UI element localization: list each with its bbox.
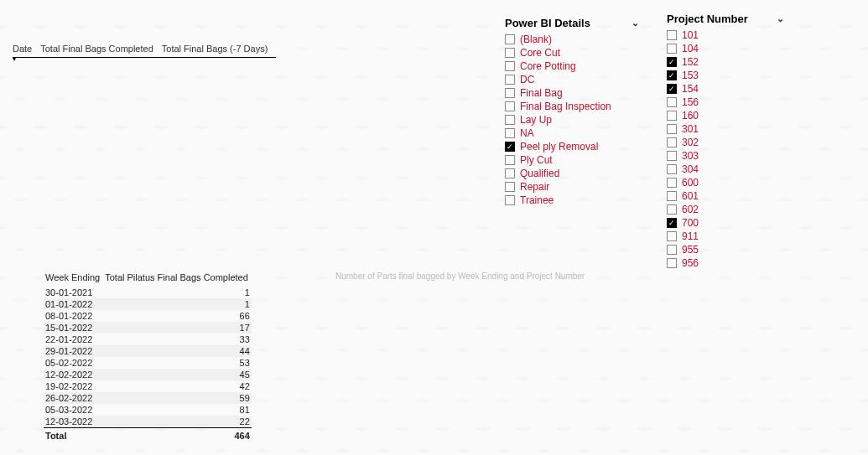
checkbox-icon[interactable] xyxy=(667,231,677,241)
chevron-down-icon: ⌄ xyxy=(632,18,639,28)
slicer-item[interactable]: (Blank) xyxy=(505,33,639,46)
slicer-item[interactable]: Final Bag Inspection xyxy=(505,100,639,113)
checkbox-icon[interactable] xyxy=(667,70,677,80)
slicer-item[interactable]: 700 xyxy=(667,216,784,230)
table-row[interactable]: 12-02-202245 xyxy=(44,369,252,380)
top-table-col-date[interactable]: Date ▾ xyxy=(13,40,40,58)
slicer-item[interactable]: 104 xyxy=(667,42,784,55)
table-row[interactable]: 22-01-202233 xyxy=(44,333,252,345)
table-row[interactable]: 15-01-202217 xyxy=(44,322,252,333)
checkbox-icon[interactable] xyxy=(505,168,515,178)
checkbox-icon[interactable] xyxy=(505,88,515,98)
table-row[interactable]: 05-02-202253 xyxy=(44,357,252,369)
checkbox-icon[interactable] xyxy=(667,84,677,94)
checkbox-icon[interactable] xyxy=(667,57,677,67)
checkbox-icon[interactable] xyxy=(505,101,515,111)
bottom-table-col-week[interactable]: Week Ending xyxy=(44,270,103,287)
top-table-col-total-minus7[interactable]: Total Final Bags (-7 Days) xyxy=(162,40,277,58)
table-row[interactable]: 19-02-202242 xyxy=(44,380,252,392)
value-cell: 1 xyxy=(103,287,252,298)
slicer-item[interactable]: 156 xyxy=(667,96,784,109)
checkbox-icon[interactable] xyxy=(667,137,677,147)
slicer-item-label: NA xyxy=(520,127,534,140)
table-row[interactable]: 01-01-20221 xyxy=(44,298,252,310)
slicer-header[interactable]: Power BI Details ⌄ xyxy=(505,17,639,29)
checkbox-icon[interactable] xyxy=(505,115,515,125)
slicer-header[interactable]: Project Number ⌄ xyxy=(667,13,784,25)
slicer-item[interactable]: 153 xyxy=(667,69,784,82)
top-table-col-total-completed[interactable]: Total Final Bags Completed xyxy=(40,40,162,58)
slicer-item-label: Final Bag Inspection xyxy=(520,101,611,113)
checkbox-icon[interactable] xyxy=(667,204,677,215)
bottom-table-col-total[interactable]: Total Pilatus Final Bags Completed xyxy=(103,270,252,287)
slicer-item[interactable]: 303 xyxy=(667,149,784,163)
slicer-item[interactable]: 101 xyxy=(667,28,784,42)
slicer-item[interactable]: 911 xyxy=(667,230,784,243)
slicer-item-label: 601 xyxy=(682,190,699,203)
top-table-header-row: Date ▾ Total Final Bags Completed Total … xyxy=(13,40,276,58)
slicer-item[interactable]: DC xyxy=(505,73,639,86)
slicer-item[interactable]: 302 xyxy=(667,136,784,149)
checkbox-icon[interactable] xyxy=(667,151,677,161)
slicer-item[interactable]: Peel ply Removal xyxy=(505,140,639,153)
slicer-item[interactable]: 301 xyxy=(667,122,784,136)
slicer-item[interactable]: Qualified xyxy=(505,167,639,180)
chart-visual-placeholder[interactable]: Number of Parts final bagged by Week End… xyxy=(335,271,585,281)
checkbox-icon[interactable] xyxy=(505,155,515,165)
checkbox-icon[interactable] xyxy=(505,182,515,192)
checkbox-icon[interactable] xyxy=(667,178,677,188)
slicer-item[interactable]: 154 xyxy=(667,82,784,96)
table-row[interactable]: 05-03-202281 xyxy=(44,404,252,416)
checkbox-icon[interactable] xyxy=(667,124,677,134)
slicer-item[interactable]: Final Bag xyxy=(505,86,639,100)
slicer-item[interactable]: 956 xyxy=(667,256,784,270)
column-label: Week Ending xyxy=(45,272,100,282)
slicer-item-label: Ply Cut xyxy=(520,154,553,167)
checkbox-icon[interactable] xyxy=(667,44,677,54)
bottom-table-visual[interactable]: Week Ending Total Pilatus Final Bags Com… xyxy=(44,270,212,443)
checkbox-icon[interactable] xyxy=(505,34,515,44)
checkbox-icon[interactable] xyxy=(505,142,515,152)
value-cell: 45 xyxy=(103,369,252,380)
checkbox-icon[interactable] xyxy=(667,258,677,268)
checkbox-icon[interactable] xyxy=(667,218,677,228)
checkbox-icon[interactable] xyxy=(667,191,677,201)
column-label: Total Pilatus Final Bags Completed xyxy=(105,272,248,282)
checkbox-icon[interactable] xyxy=(505,75,515,85)
week-cell: 29-01-2022 xyxy=(44,345,103,357)
checkbox-icon[interactable] xyxy=(667,164,677,174)
slicer-item[interactable]: Ply Cut xyxy=(505,153,639,167)
checkbox-icon[interactable] xyxy=(505,48,515,58)
slicer-item[interactable]: NA xyxy=(505,127,639,140)
slicer-item[interactable]: 160 xyxy=(667,109,784,122)
checkbox-icon[interactable] xyxy=(505,195,515,205)
checkbox-icon[interactable] xyxy=(667,30,677,40)
week-cell: 19-02-2022 xyxy=(44,380,103,392)
checkbox-icon[interactable] xyxy=(667,111,677,121)
table-row[interactable]: 29-01-202244 xyxy=(44,345,252,357)
slicer-item[interactable]: Lay Up xyxy=(505,113,639,127)
checkbox-icon[interactable] xyxy=(667,245,677,255)
slicer-item[interactable]: 602 xyxy=(667,203,784,216)
slicer-item[interactable]: Trainee xyxy=(505,194,639,207)
slicer-item-label: 101 xyxy=(682,29,699,42)
checkbox-icon[interactable] xyxy=(667,97,677,107)
slicer-list: (Blank)Core CutCore PottingDCFinal BagFi… xyxy=(505,33,639,207)
slicer-item[interactable]: Repair xyxy=(505,180,639,194)
slicer-item[interactable]: 304 xyxy=(667,163,784,176)
top-table-visual[interactable]: Date ▾ Total Final Bags Completed Total … xyxy=(13,40,276,58)
slicer-item[interactable]: Core Potting xyxy=(505,59,639,73)
slicer-item[interactable]: 152 xyxy=(667,55,784,69)
slicer-item[interactable]: 601 xyxy=(667,189,784,203)
table-row[interactable]: 12-03-202222 xyxy=(44,416,252,428)
table-row[interactable]: 08-01-202266 xyxy=(44,310,252,322)
slicer-item[interactable]: Core Cut xyxy=(505,46,639,59)
slicer-item[interactable]: 955 xyxy=(667,243,784,256)
slicer-item[interactable]: 600 xyxy=(667,176,784,189)
table-row[interactable]: 30-01-20211 xyxy=(44,287,252,298)
week-cell: 30-01-2021 xyxy=(44,287,103,298)
checkbox-icon[interactable] xyxy=(505,61,515,71)
table-row[interactable]: 26-02-202259 xyxy=(44,392,252,404)
checkbox-icon[interactable] xyxy=(505,128,515,138)
slicer-item-label: Trainee xyxy=(520,194,554,207)
